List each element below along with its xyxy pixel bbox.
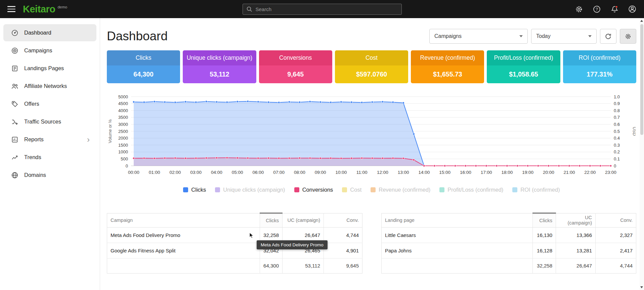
sidebar-item-trends[interactable]: Trends — [3, 149, 96, 166]
sidebar-item-traffic-sources[interactable]: Traffic Sources — [3, 113, 96, 130]
account-icon[interactable] — [628, 5, 637, 13]
conv-cell: 2,417 — [596, 243, 636, 258]
svg-text:4000: 4000 — [118, 108, 128, 113]
table-row[interactable]: Papa Johns 16,128 13,281 2,417 — [382, 243, 636, 258]
legend-item-revenue[interactable]: Revenue (confirmed) — [371, 187, 430, 193]
svg-text:18:00: 18:00 — [501, 170, 513, 175]
landing-table-header-uc[interactable]: UC (campaign) — [556, 213, 596, 227]
dashboard-controls: Campaigns Today — [429, 29, 636, 44]
metric-cards: Clicks 64,300 Unique clicks (campaign) 5… — [107, 50, 636, 83]
landing-name-cell[interactable]: Little Caesars — [382, 227, 533, 243]
svg-text:04:00: 04:00 — [211, 170, 222, 175]
scrollbar-thumb[interactable] — [640, 24, 643, 135]
sidebar-item-reports[interactable]: Reports › — [3, 131, 96, 148]
legend-swatch-icon — [439, 187, 444, 192]
landing-name-cell[interactable]: Papa Johns — [382, 243, 533, 258]
svg-text:0.1: 0.1 — [614, 156, 620, 161]
metric-card-unique-clicks[interactable]: Unique clicks (campaign) 53,112 — [183, 50, 256, 83]
sidebar-item-label: Domains — [24, 172, 46, 178]
campaigns-table-header-uc[interactable]: UC (campaign) — [283, 213, 324, 227]
campaign-name-cell[interactable]: Meta Ads Food Delivery Promo — [107, 227, 260, 243]
traffic-chart[interactable]: 005000.110000.215000.320000.425000.53000… — [107, 92, 636, 180]
legend-item-roi[interactable]: ROI (confirmed) — [512, 187, 560, 193]
sidebar-item-landings-pages[interactable]: Landings Pages — [3, 60, 96, 77]
svg-text:17:00: 17:00 — [481, 170, 492, 175]
svg-text:08:00: 08:00 — [294, 170, 305, 175]
svg-text:2500: 2500 — [118, 129, 128, 134]
sidebar-item-label: Campaigns — [24, 47, 52, 54]
legend-item-conversions[interactable]: Conversions — [294, 187, 333, 193]
svg-text:1500: 1500 — [118, 143, 128, 148]
svg-text:16:00: 16:00 — [460, 170, 471, 175]
sidebar-item-label: Affiliate Networks — [24, 83, 67, 89]
metric-card-revenue[interactable]: Revenue (confirmed) $1,655.73 — [411, 50, 484, 83]
scroll-up-icon[interactable] — [640, 20, 643, 22]
svg-text:13:00: 13:00 — [398, 170, 409, 175]
scroll-down-icon[interactable] — [640, 286, 643, 288]
landing-table-header-clicks[interactable]: Clicks — [533, 213, 556, 227]
metric-card-profit-loss[interactable]: Profit/Loss (confirmed) $1,058.65 — [487, 50, 560, 83]
svg-text:12:00: 12:00 — [377, 170, 388, 175]
grouping-select-value: Campaigns — [434, 33, 462, 39]
sidebar-item-domains[interactable]: Domains — [3, 166, 96, 184]
metric-card-roi[interactable]: ROI (confirmed) 177.31% — [563, 50, 636, 83]
svg-text:19:00: 19:00 — [522, 170, 533, 175]
uc-cell: 13,281 — [556, 243, 596, 258]
notifications-icon[interactable] — [610, 5, 619, 13]
logo[interactable]: Keitaro demo — [23, 4, 67, 14]
campaign-name-cell[interactable]: Google Ads Fitness App Split — [107, 243, 260, 258]
sidebar-item-campaigns[interactable]: Campaigns — [3, 42, 96, 59]
landing-table-header-landing-page[interactable]: Landing page — [382, 213, 533, 227]
sidebar-item-dashboard[interactable]: Dashboard — [3, 24, 96, 41]
metric-card-conversions[interactable]: Conversions 9,645 — [259, 50, 332, 83]
svg-text:15:00: 15:00 — [439, 170, 450, 175]
main-content: Dashboard Campaigns Today — [100, 18, 644, 290]
sidebar-item-affiliate-networks[interactable]: Affiliate Networks — [3, 78, 96, 95]
legend-item-cost[interactable]: Cost — [342, 187, 361, 193]
uc-cell: 13,366 — [556, 227, 596, 243]
date-range-select[interactable]: Today — [531, 29, 597, 44]
logo-text: Keitaro — [23, 4, 55, 14]
settings-icon[interactable] — [574, 5, 583, 13]
campaigns-table-header-conv[interactable]: Conv. — [324, 213, 362, 227]
totals-uc-cell: 26,647 — [556, 258, 596, 273]
legend-swatch-icon — [183, 187, 188, 192]
sidebar-item-label: Landings Pages — [24, 65, 64, 71]
grouping-select[interactable]: Campaigns — [429, 29, 528, 44]
sidebar-item-offers[interactable]: Offers — [3, 95, 96, 112]
legend-item-clicks[interactable]: Clicks — [183, 187, 206, 193]
metric-card-clicks[interactable]: Clicks 64,300 — [107, 50, 180, 83]
totals-uc-cell: 53,112 — [283, 258, 324, 273]
svg-text:3500: 3500 — [118, 115, 128, 120]
legend-swatch-icon — [294, 187, 299, 192]
global-search — [243, 4, 402, 15]
campaigns-table-header-campaign[interactable]: Campaign — [107, 213, 260, 227]
svg-text:?: ? — [596, 7, 598, 12]
svg-text:500: 500 — [121, 156, 128, 161]
svg-text:05:00: 05:00 — [232, 170, 243, 175]
legend-item-unique-clicks[interactable]: Unique clicks (campaign) — [215, 187, 285, 193]
chevron-down-icon — [588, 35, 592, 37]
landing-table-header-conv[interactable]: Conv. — [596, 213, 636, 227]
page-scrollbar[interactable] — [640, 18, 644, 290]
svg-text:5000: 5000 — [118, 94, 128, 99]
table-row[interactable]: Little Caesars 16,130 13,366 2,327 — [382, 227, 636, 243]
refresh-button[interactable] — [600, 29, 616, 44]
chevron-down-icon — [519, 35, 523, 37]
search-input[interactable] — [243, 4, 402, 15]
menu-icon[interactable] — [7, 6, 15, 12]
totals-conv-cell: 4,744 — [596, 258, 636, 273]
globe-icon — [11, 172, 18, 179]
legend-item-profit-loss[interactable]: Profit/Loss (confirmed) — [439, 187, 503, 193]
dashboard-settings-button[interactable] — [620, 29, 636, 44]
svg-text:0.5: 0.5 — [614, 129, 620, 134]
sidebar-item-label: Offers — [24, 101, 39, 107]
help-icon[interactable]: ? — [592, 5, 601, 13]
chart-legend: Clicks Unique clicks (campaign) Conversi… — [107, 187, 636, 193]
clicks-cell: 16,128 — [533, 243, 556, 258]
campaigns-table-header-clicks[interactable]: Clicks — [260, 213, 283, 227]
svg-text:2000: 2000 — [118, 136, 128, 141]
svg-text:20:00: 20:00 — [543, 170, 554, 175]
svg-text:0: 0 — [126, 163, 128, 168]
metric-card-cost[interactable]: Cost $597.0760 — [335, 50, 408, 83]
